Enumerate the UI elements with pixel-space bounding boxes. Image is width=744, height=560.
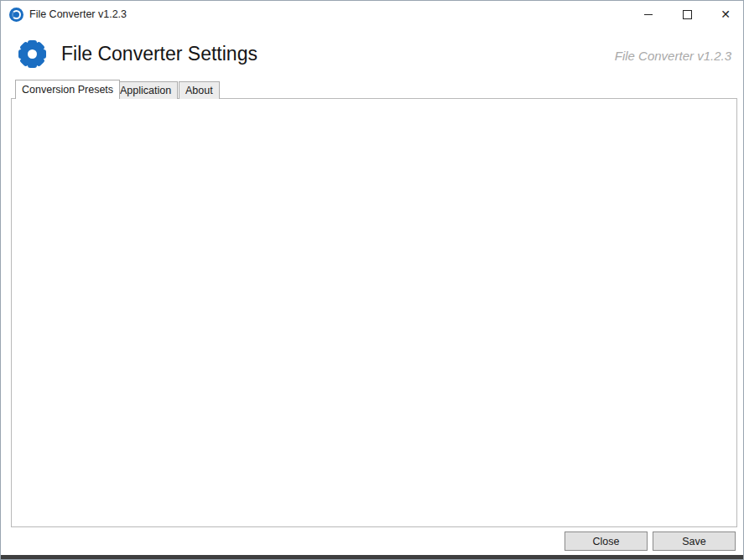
page-title: File Converter Settings (61, 43, 258, 65)
minimize-button[interactable] (629, 1, 668, 28)
tab-page (11, 98, 737, 527)
maximize-button[interactable] (668, 1, 706, 28)
window-title: File Converter v1.2.3 (29, 8, 127, 20)
maximize-icon (683, 10, 692, 19)
file-converter-settings-window: File Converter v1.2.3 ✕ File Converter S… (0, 0, 744, 560)
close-button[interactable]: Close (565, 531, 648, 551)
gear-icon (18, 39, 46, 68)
version-label: File Converter v1.2.3 (615, 49, 731, 63)
minimize-icon (644, 14, 653, 15)
tab-application[interactable]: Application (113, 81, 178, 99)
close-window-button[interactable]: ✕ (706, 1, 744, 28)
title-bar: File Converter v1.2.3 ✕ (1, 1, 743, 28)
window-bottom-edge (1, 555, 743, 560)
close-icon: ✕ (721, 8, 731, 20)
tab-about[interactable]: About (179, 81, 220, 99)
save-button[interactable]: Save (653, 531, 736, 551)
app-icon (9, 8, 23, 22)
tab-conversion-presets[interactable]: Conversion Presets (15, 80, 120, 99)
